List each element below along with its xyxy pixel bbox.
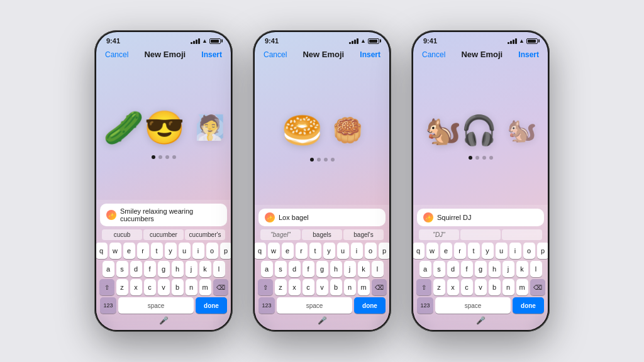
done-key-2[interactable]: done — [354, 297, 386, 314]
space-key-1[interactable]: space — [118, 297, 194, 314]
key-o[interactable]: o — [206, 243, 218, 259]
backspace-key-3[interactable]: ⌫ — [530, 279, 545, 295]
space-key-2[interactable]: space — [277, 297, 352, 314]
key-n[interactable]: n — [186, 279, 197, 295]
key-r[interactable]: r — [137, 243, 149, 259]
phone-frame-3: 9:41 ▲ Cancel New Emoji I — [411, 30, 550, 332]
done-key-3[interactable]: done — [513, 297, 544, 314]
emoji-main-1[interactable]: 🥒😎 — [103, 111, 185, 144]
emoji-alt-1[interactable]: 🧖 — [195, 116, 225, 140]
key-p[interactable]: p — [220, 243, 231, 259]
key-z[interactable]: z — [116, 279, 128, 295]
battery-icon-3 — [526, 38, 538, 44]
signal-icon-2 — [349, 38, 358, 44]
keyboard-area-1: ✨ Smiley relaxing wearing cucumbers cucu… — [96, 200, 231, 330]
dot-3-1 — [469, 156, 472, 160]
emoji-alt-2[interactable]: 🥮 — [333, 118, 362, 142]
shift-key-3[interactable]: ⇧ — [416, 279, 431, 295]
key-x[interactable]: x — [130, 279, 142, 295]
insert-button-1[interactable]: Insert — [201, 50, 222, 59]
key-row-3-2: asdfghjkl — [417, 261, 544, 277]
cancel-button-2[interactable]: Cancel — [264, 50, 287, 59]
cancel-button-1[interactable]: Cancel — [105, 50, 128, 59]
autocomplete-1-3[interactable]: cucumber's — [185, 229, 225, 240]
page-title-1: New Emoji — [144, 50, 186, 59]
mic-icon-3[interactable]: 🎤 — [476, 316, 486, 325]
mic-icon-1[interactable]: 🎤 — [159, 316, 169, 325]
key-u[interactable]: u — [179, 243, 191, 259]
ai-icon-1: ✨ — [106, 210, 116, 220]
signal-icon-3 — [508, 38, 517, 44]
emoji-alt-3[interactable]: 🐿️ — [507, 118, 536, 142]
key-y[interactable]: y — [165, 243, 177, 259]
status-bar-3: 9:41 ▲ — [413, 32, 548, 47]
wifi-icon-1: ▲ — [202, 38, 208, 44]
insert-button-2[interactable]: Insert — [360, 50, 380, 59]
num-key-2[interactable]: 123 — [258, 297, 275, 314]
key-m[interactable]: m — [199, 279, 211, 295]
search-field-3[interactable]: ✨ Squirrel DJ — [417, 209, 544, 226]
autocomplete-2-2[interactable]: bagels — [302, 229, 342, 240]
key-h[interactable]: h — [172, 261, 184, 277]
dot-1-3 — [165, 155, 169, 159]
key-a[interactable]: a — [103, 261, 114, 277]
key-row-1-3: ⇧ z x c v b n m ⌫ — [100, 279, 227, 295]
nav-bar-1: Cancel New Emoji Insert — [96, 47, 231, 63]
autocomplete-1-2[interactable]: cucumber — [143, 229, 184, 240]
bottom-row-3: 123 space done — [417, 297, 544, 314]
emoji-main-2[interactable]: 🥯 — [282, 114, 323, 146]
autocomplete-3-3[interactable] — [502, 229, 542, 240]
key-q[interactable]: q — [96, 243, 108, 259]
insert-button-3[interactable]: Insert — [518, 50, 539, 59]
pagination-1 — [152, 155, 176, 159]
key-c[interactable]: c — [144, 279, 156, 295]
shift-key-2[interactable]: ⇧ — [258, 279, 273, 295]
key-t[interactable]: t — [151, 243, 163, 259]
key-d[interactable]: d — [130, 261, 142, 277]
phone-screen-2: 9:41 ▲ Cancel New Emoji I — [255, 32, 389, 330]
phone-3: 9:41 ▲ Cancel New Emoji I — [411, 30, 550, 332]
autocomplete-2-1[interactable]: "bagel" — [260, 229, 301, 240]
key-k[interactable]: k — [199, 261, 211, 277]
key-e[interactable]: e — [123, 243, 135, 259]
key-l[interactable]: l — [213, 261, 225, 277]
dot-3-2 — [475, 156, 479, 160]
search-text-3: Squirrel DJ — [437, 214, 471, 221]
autocomplete-3-2[interactable] — [460, 229, 501, 240]
key-g[interactable]: g — [158, 261, 170, 277]
dot-2-4 — [331, 158, 335, 162]
pagination-3 — [469, 156, 493, 160]
bottom-row-1: 123 space done — [100, 297, 227, 314]
keyboard-rows-1: q w e r t y u i o p a s d — [100, 243, 227, 295]
backspace-key-2[interactable]: ⌫ — [372, 279, 387, 295]
num-key-1[interactable]: 123 — [100, 297, 116, 314]
emoji-main-3[interactable]: 🐿️🎧 — [425, 116, 497, 145]
key-i[interactable]: i — [192, 243, 204, 259]
cancel-button-3[interactable]: Cancel — [422, 50, 445, 59]
emoji-row-1: 🥒😎 🧖 — [103, 105, 225, 150]
done-key-1[interactable]: done — [196, 297, 227, 314]
autocomplete-1-1[interactable]: cucub — [102, 229, 142, 240]
dot-1-1 — [152, 155, 155, 159]
mic-icon-2[interactable]: 🎤 — [318, 316, 327, 325]
key-w[interactable]: w — [109, 243, 121, 259]
key-v[interactable]: v — [158, 279, 170, 295]
ai-icon-3: ✨ — [423, 212, 433, 222]
shift-key-1[interactable]: ⇧ — [99, 279, 114, 295]
dot-3-4 — [489, 156, 493, 160]
key-b[interactable]: b — [172, 279, 184, 295]
autocomplete-2: "bagel" bagels bagel's — [258, 229, 386, 240]
num-key-3[interactable]: 123 — [417, 297, 433, 314]
search-field-2[interactable]: ✨ Lox bagel — [258, 209, 386, 226]
key-s[interactable]: s — [116, 261, 128, 277]
mic-bar-2: 🎤 — [258, 314, 386, 326]
autocomplete-3-1[interactable]: "DJ" — [419, 229, 459, 240]
search-field-1[interactable]: ✨ Smiley relaxing wearing cucumbers — [100, 204, 227, 226]
search-text-1: Smiley relaxing wearing cucumbers — [120, 207, 221, 222]
emoji-area-3: 🐿️🎧 🐿️ — [413, 63, 548, 205]
key-f[interactable]: f — [144, 261, 156, 277]
autocomplete-2-3[interactable]: bagel's — [343, 229, 384, 240]
space-key-3[interactable]: space — [435, 297, 511, 314]
backspace-key-1[interactable]: ⌫ — [213, 279, 228, 295]
key-j[interactable]: j — [186, 261, 197, 277]
